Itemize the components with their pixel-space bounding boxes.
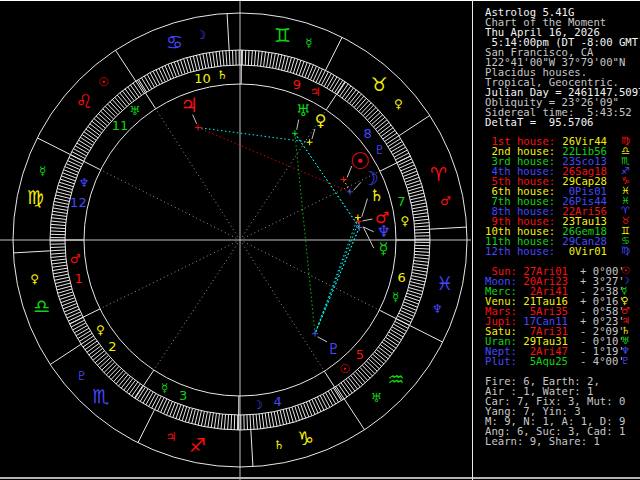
sign-ruler-icon: ♃ xyxy=(166,430,177,444)
house-number: 8 xyxy=(364,126,372,141)
planet-position-value: 5Aqu25 xyxy=(523,356,568,366)
house-number: 10 xyxy=(194,71,211,86)
planet-glyph-uranus: ♅ xyxy=(296,101,310,120)
house-cusp-spoke xyxy=(240,110,326,240)
sign-ruler-icon: ♆ xyxy=(432,302,443,316)
sign-boundary xyxy=(410,325,443,342)
window-border-bottom xyxy=(0,477,640,479)
zodiac-sign-icon: ♏ xyxy=(92,385,109,407)
house-ruler-icon: ♀ xyxy=(96,323,105,337)
house-ruler-icon: ☿ xyxy=(392,290,399,304)
house-number: 4 xyxy=(273,394,281,409)
aspect-line-conjunction xyxy=(344,179,350,191)
house-ruler-icon: ☽ xyxy=(252,398,263,412)
sign-ruler-icon: ♅ xyxy=(371,391,382,405)
stats-line: Learn: 9, Share: 1 xyxy=(485,436,638,446)
planet-speed-value: - 4°00' xyxy=(580,356,625,366)
house-ruler-icon: ♅ xyxy=(130,104,141,118)
planet-position-row: Plut: 5Aqu25- 4°00'♇ xyxy=(485,356,638,366)
house-cusp-row: 12th house: 0Vir01♍ xyxy=(485,246,638,256)
house-number: 5 xyxy=(356,347,364,362)
planet-pointer-line xyxy=(362,199,368,217)
house-ruler-icon: ♆ xyxy=(79,176,90,190)
sign-ruler-icon: ☉ xyxy=(98,75,109,89)
zodiac-sign-icon: ♍ xyxy=(27,186,44,208)
sign-boundary xyxy=(227,13,229,50)
planet-glyph-saturn: ♄ xyxy=(370,186,384,205)
window-border-top xyxy=(0,0,640,1)
sign-boundary xyxy=(13,251,50,253)
planet-pointer-line xyxy=(297,120,299,130)
planet-pointer-line xyxy=(363,219,373,221)
planet-glyph-pluto: ♇ xyxy=(327,340,340,358)
zodiac-sign-icon: ♑ xyxy=(297,427,314,449)
planet-label: Plut: xyxy=(485,356,517,366)
sign-boundary xyxy=(138,410,155,443)
astrolog-window: ♈♂♉♀♊☿♋☽♌☉♍☿♎♀♏♇♐♃♑♄♒♅♓♆1♂2♀3☿4☽5☉6☿7♀8♇… xyxy=(0,0,640,480)
sign-ruler-icon: ☽ xyxy=(196,28,207,42)
aspect-line-square xyxy=(198,128,350,192)
house-cusp-spoke xyxy=(100,240,240,309)
house-cusp-value: 0Vir01 xyxy=(562,246,607,256)
zodiac-sign-icon: ♐ xyxy=(189,434,206,456)
house-cusp-spoke xyxy=(101,170,240,240)
zodiac-sign-icon: ♉ xyxy=(371,73,388,95)
natal-chart-wheel: ♈♂♉♀♊☿♋☽♌☉♍☿♎♀♏♇♐♃♑♄♒♅♓♆1♂2♀3☿4☽5☉6☿7♀8♇… xyxy=(0,0,472,480)
house-number: 2 xyxy=(108,339,116,354)
sign-boundary xyxy=(399,115,430,135)
sign-boundary xyxy=(37,138,70,155)
sign-ruler-icon: ☿ xyxy=(39,164,46,178)
house-number: 9 xyxy=(293,77,301,92)
house-ruler-icon: ♀ xyxy=(401,214,410,228)
planet-glyph-venus: ♀ xyxy=(315,111,327,130)
house-ruler-icon: ♃ xyxy=(310,85,321,99)
planet-icon: ♇ xyxy=(621,356,630,366)
house-number: 1 xyxy=(74,271,82,286)
planet-pointer-line xyxy=(354,182,361,190)
zodiac-sign-icon: ♌ xyxy=(76,90,93,112)
house-cusp-spoke xyxy=(240,240,379,310)
house-cusp-spoke xyxy=(154,240,240,370)
planet-pointer-line xyxy=(312,129,315,139)
house-cusp-list: 1st house:26Vir44♍ 2nd house:22Lib56♎ 3r… xyxy=(485,136,638,256)
header-text: DeltaT = 95.5706 xyxy=(485,116,593,128)
planet-pointer-line xyxy=(318,337,328,342)
sign-ruler-icon: ♂ xyxy=(440,194,451,208)
house-number: 12 xyxy=(70,195,87,210)
house-number: 6 xyxy=(397,270,405,285)
sign-ruler-icon: ♀ xyxy=(394,97,403,111)
house-label: 12th house: xyxy=(485,246,555,256)
sign-boundary xyxy=(325,37,342,70)
chart-statistics: Fire: 6, Earth: 2,Air : 1, Water: 1Car: … xyxy=(485,376,638,446)
aspect-line-trine xyxy=(295,133,315,333)
planet-glyph-neptune: ♆ xyxy=(377,222,391,241)
aspect-line-sextile xyxy=(315,218,358,334)
house-ruler-icon: ♂ xyxy=(70,252,81,266)
planet-glyph-mercury: ☿ xyxy=(379,239,389,258)
house-ruler-icon: ♇ xyxy=(374,143,385,157)
stats-text: Learn: 9, Share: 1 xyxy=(485,435,600,447)
house-ruler-icon: ☉ xyxy=(340,362,351,376)
house-ruler-icon: ☿ xyxy=(161,381,168,395)
planet-position-list: Sun:27Ari01+ 0°00'☉Moon:20Ari23+ 3°27'☽M… xyxy=(485,266,638,366)
zodiac-sign-icon: ♍ xyxy=(621,246,630,256)
chart-header: Astrolog 5.41GChart of the MomentThu Apr… xyxy=(485,7,638,127)
zodiac-sign-icon: ♋ xyxy=(166,31,183,53)
house-number: 3 xyxy=(179,388,187,403)
sign-ruler-icon: ♇ xyxy=(76,369,87,383)
sign-ruler-icon: ♄ xyxy=(274,438,285,452)
info-panel: Astrolog 5.41GChart of the MomentThu Apr… xyxy=(485,0,638,480)
house-number: 11 xyxy=(112,118,129,133)
zodiac-sign-icon: ♓ xyxy=(436,272,453,294)
sign-ruler-icon: ☿ xyxy=(305,36,312,50)
planet-pointer-line xyxy=(363,227,373,248)
zodiac-sign-icon: ♒ xyxy=(387,368,404,390)
house-ruler-icon: ♄ xyxy=(217,68,228,82)
header-line: DeltaT = 95.5706 xyxy=(485,117,638,127)
zodiac-sign-icon: ♎ xyxy=(33,295,50,317)
sign-boundary xyxy=(115,50,135,81)
planet-glyph-jupiter: ♃ xyxy=(180,93,198,117)
sign-boundary xyxy=(430,227,467,229)
zodiac-sign-icon: ♊ xyxy=(274,24,291,46)
zodiac-sign-icon: ♈ xyxy=(430,163,447,185)
